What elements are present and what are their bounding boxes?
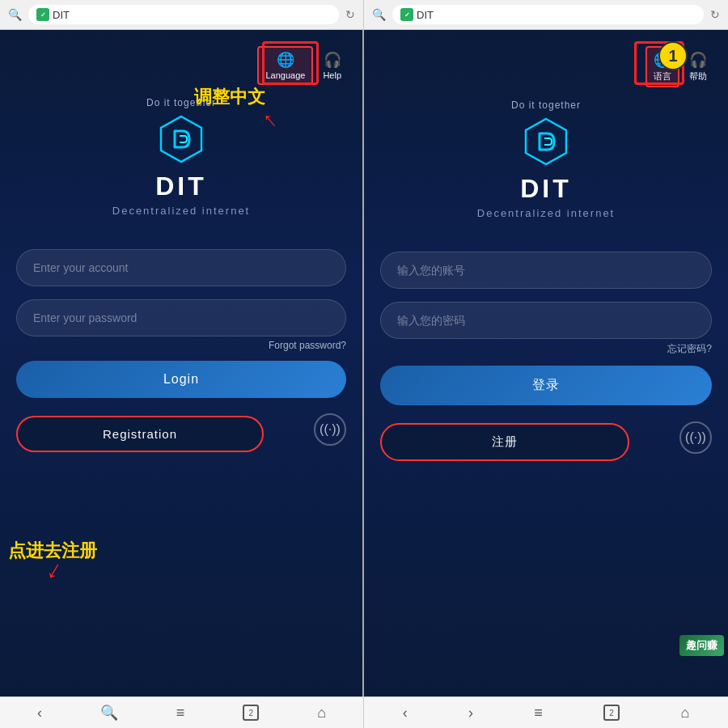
right-app-name: DIT xyxy=(520,174,572,204)
wifi-button-right[interactable]: ((·)) xyxy=(679,421,712,454)
refresh-icon-left[interactable]: ↻ xyxy=(345,8,355,21)
annotation-register-text: 点进去注册 xyxy=(8,540,97,561)
tab-count-label-left: 2 xyxy=(248,709,253,717)
headset-icon: 🎧 xyxy=(324,51,341,69)
registration-button-right[interactable]: 注册 xyxy=(380,423,629,461)
main-area: 🌐 Language 🎧 Help Do it together DIT Dec… xyxy=(0,30,728,696)
right-input-section xyxy=(380,252,712,339)
account-input[interactable] xyxy=(16,249,346,286)
help-label: Help xyxy=(323,70,341,80)
svg-marker-1 xyxy=(526,119,566,164)
back-button-right[interactable]: ‹ xyxy=(403,705,408,722)
login-button[interactable]: Login xyxy=(16,361,346,398)
bottom-nav-right: ‹ › ≡ 2 ⌂ xyxy=(364,697,728,728)
home-button-right[interactable]: ⌂ xyxy=(680,705,689,722)
watermark: 趣问赚 xyxy=(679,635,724,656)
search-icon-right[interactable]: 🔍 xyxy=(372,8,386,21)
reg-row-right: 注册 ((·)) xyxy=(380,413,712,461)
annotation-adjust-chinese: 调整中文 xyxy=(194,85,265,109)
wifi-icon-right: ((·)) xyxy=(685,430,706,445)
search-button-left[interactable]: 🔍 xyxy=(100,704,118,722)
browser-tab-left[interactable]: ✓ DIT xyxy=(28,5,339,24)
right-logo-area: Do it together DIT Decentralized interne… xyxy=(477,99,615,219)
wifi-icon-left: ((·)) xyxy=(320,422,341,437)
language-label: Language xyxy=(265,70,305,80)
password-input[interactable] xyxy=(16,299,346,336)
globe-icon: 🌐 xyxy=(277,51,294,69)
left-input-section xyxy=(16,249,346,336)
password-input-right[interactable] xyxy=(380,302,712,339)
bottom-nav-left: ‹ 🔍 ≡ 2 ⌂ xyxy=(0,697,364,728)
dit-shield-right: ✓ xyxy=(400,8,413,21)
browser-left-bar: 🔍 ✓ DIT ↻ xyxy=(0,0,364,29)
back-button-left[interactable]: ‹ xyxy=(37,705,42,722)
tab-count-label-right: 2 xyxy=(609,709,614,717)
right-tab-label: DIT xyxy=(417,9,434,21)
wifi-button-left[interactable]: ((·)) xyxy=(314,413,346,446)
browser-bar: 🔍 ✓ DIT ↻ 🔍 ✓ DIT ↻ xyxy=(0,0,728,30)
right-logo-svg xyxy=(522,117,570,166)
browser-right-bar: 🔍 ✓ DIT ↻ xyxy=(364,0,728,29)
help-button[interactable]: 🎧 Help xyxy=(318,48,346,83)
language-button[interactable]: 🌐 Language xyxy=(257,46,313,85)
left-tab-label: DIT xyxy=(53,9,70,21)
forgot-row-right: 忘记密码? xyxy=(380,342,712,356)
right-app-desc: Decentralized internet xyxy=(477,207,615,219)
registration-button[interactable]: Registration xyxy=(16,416,264,452)
login-button-right[interactable]: 登录 xyxy=(380,366,712,405)
circle-badge-1: 1 xyxy=(658,41,688,70)
left-top-bar: 🌐 Language 🎧 Help xyxy=(16,46,346,85)
bottom-nav: ‹ 🔍 ≡ 2 ⌂ ‹ › ≡ 2 ⌂ xyxy=(0,696,728,728)
right-tagline: Do it together xyxy=(511,99,581,111)
browser-tab-right[interactable]: ✓ DIT xyxy=(392,5,704,24)
help-label-right: 帮助 xyxy=(689,70,707,83)
right-phone-panel: 1 🌐 语言 🎧 帮助 Do it together DIT Decentral… xyxy=(364,30,728,696)
left-logo-area: Do it together DIT Decentralized interne… xyxy=(112,97,250,217)
refresh-icon-right[interactable]: ↻ xyxy=(710,8,720,21)
svg-marker-0 xyxy=(161,116,201,162)
annotation-text: 调整中文 xyxy=(194,87,265,107)
left-app-name: DIT xyxy=(155,171,207,201)
forward-button-right[interactable]: › xyxy=(468,705,473,722)
left-app-desc: Decentralized internet xyxy=(112,205,250,217)
search-icon-left[interactable]: 🔍 xyxy=(8,8,22,21)
forgot-password-link-right[interactable]: 忘记密码? xyxy=(667,342,712,356)
arrow-to-language: ↑ xyxy=(256,106,281,133)
tab-count-left[interactable]: 2 xyxy=(243,705,259,721)
language-label-right: 语言 xyxy=(654,70,671,83)
left-logo-svg xyxy=(157,115,205,163)
menu-button-left[interactable]: ≡ xyxy=(176,705,185,722)
left-phone-panel: 🌐 Language 🎧 Help Do it together DIT Dec… xyxy=(0,30,364,696)
reg-row: Registration ((·)) xyxy=(16,406,346,452)
headset-icon-right: 🎧 xyxy=(689,51,707,69)
home-button-left[interactable]: ⌂ xyxy=(317,705,326,722)
dit-shield-left: ✓ xyxy=(36,8,49,21)
tab-count-right[interactable]: 2 xyxy=(603,705,620,721)
forgot-row: Forgot password? xyxy=(16,340,346,351)
forgot-password-link[interactable]: Forgot password? xyxy=(269,340,346,351)
menu-button-right[interactable]: ≡ xyxy=(534,705,543,722)
account-input-right[interactable] xyxy=(380,252,712,289)
help-button-right[interactable]: 🎧 帮助 xyxy=(684,48,712,86)
